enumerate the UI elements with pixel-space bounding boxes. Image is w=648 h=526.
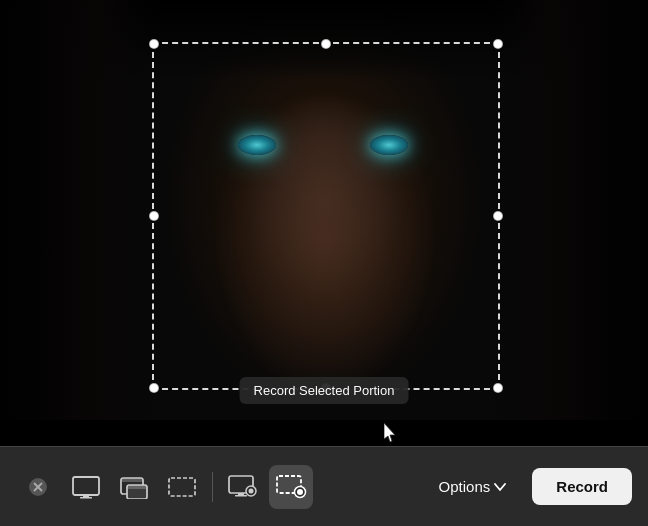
selection-record-icon — [275, 474, 307, 500]
fullscreen-record-icon — [71, 475, 101, 499]
record-button[interactable]: Record — [532, 468, 632, 505]
svg-point-15 — [249, 488, 254, 493]
selection-record-button[interactable] — [269, 465, 313, 509]
eye-left — [238, 135, 276, 155]
separator-1 — [212, 472, 213, 502]
eye-right — [370, 135, 408, 155]
selection-video-button[interactable] — [160, 465, 204, 509]
svg-marker-19 — [384, 423, 395, 442]
svg-rect-10 — [169, 478, 195, 496]
screen-capture-icon — [227, 474, 259, 500]
options-button[interactable]: Options — [425, 470, 521, 503]
options-label: Options — [439, 478, 491, 495]
svg-rect-3 — [73, 477, 99, 495]
screen-capture-button[interactable] — [221, 465, 265, 509]
svg-rect-9 — [127, 485, 147, 489]
window-record-icon — [119, 475, 149, 499]
fullscreen-record-button[interactable] — [64, 465, 108, 509]
toolbar: Options Record — [0, 446, 648, 526]
close-icon — [29, 478, 47, 496]
svg-rect-12 — [238, 493, 244, 495]
canvas-area: Record Selected Portion — [0, 0, 648, 420]
svg-rect-7 — [121, 478, 143, 482]
svg-rect-13 — [235, 495, 247, 497]
selection-video-icon — [167, 475, 197, 499]
close-button[interactable] — [16, 465, 60, 509]
background-image — [0, 0, 648, 420]
chevron-down-icon — [494, 481, 506, 493]
svg-rect-4 — [83, 495, 89, 497]
svg-rect-5 — [80, 497, 92, 499]
svg-point-18 — [297, 489, 303, 495]
cursor-icon — [384, 423, 398, 443]
record-label: Record — [556, 478, 608, 495]
cursor-indicator — [384, 423, 400, 443]
chevron-icon — [494, 483, 506, 491]
window-record-button[interactable] — [112, 465, 156, 509]
